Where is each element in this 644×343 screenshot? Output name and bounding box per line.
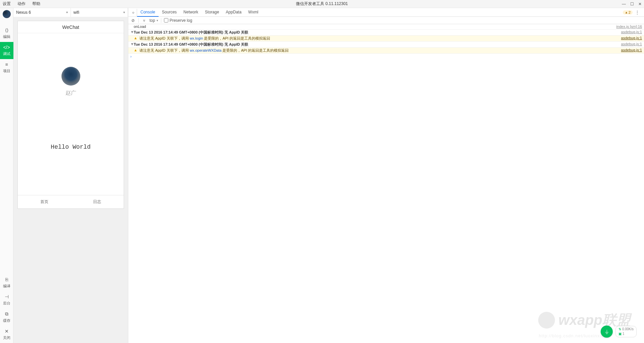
console-source-link[interactable]: asdebug.js:1 (621, 36, 642, 40)
profile-avatar[interactable] (61, 67, 80, 86)
console-source-link[interactable]: asdebug.js:1 (621, 30, 642, 34)
devtools-panel: ⟐ Console Sources Network Storage AppDat… (128, 8, 644, 343)
console-row: ▼ Tue Dec 13 2016 17:14:49 GMT+0800 (中国标… (128, 42, 644, 48)
network-select-value: wifi (74, 10, 79, 15)
warning-icon: ▲ (134, 48, 137, 52)
titlebar: 设置 动作 帮助 微信开发者工具 0.11.112301 — ☐ ✕ (0, 0, 644, 8)
sidebar-item-background[interactable]: ⊣ 后台 (0, 291, 13, 308)
chevron-down-icon: ▾ (123, 10, 125, 14)
devtab-storage[interactable]: Storage (202, 8, 222, 17)
project-icon: ≡ (0, 62, 13, 67)
menu-help[interactable]: 帮助 (32, 1, 40, 7)
phone-simulator: WeChat 赵广 Hello World 首页 日志 (17, 21, 124, 209)
device-select-value: Nexus 6 (16, 10, 31, 15)
background-icon: ⊣ (0, 294, 13, 299)
sidebar-item-label: 项目 (3, 69, 10, 73)
sidebar-item-label: 编译 (3, 284, 10, 288)
warning-count-badge[interactable]: 2 (623, 10, 633, 14)
expand-arrow-icon[interactable]: ▼ (130, 30, 134, 34)
inspect-element-icon[interactable]: ⟐ (130, 9, 137, 16)
devtab-appdata[interactable]: AppData (222, 8, 245, 17)
sidebar-item-label: 关闭 (3, 336, 10, 340)
sidebar-item-project[interactable]: ≡ 项目 (0, 59, 13, 76)
sidebar-item-label: 缓存 (3, 318, 10, 323)
devtools-menu-icon[interactable]: ⋮ (634, 10, 641, 15)
phone-tab-log[interactable]: 日志 (71, 195, 124, 208)
sidebar-item-debug[interactable]: </> 调试 (0, 42, 13, 59)
simulator-panel: Nexus 6 ▾ wifi ▾ WeChat 赵广 Hello World (13, 8, 128, 343)
filter-icon[interactable]: ▿ (141, 18, 147, 23)
console-prompt[interactable]: › (128, 54, 644, 59)
user-avatar[interactable] (3, 10, 11, 18)
sidebar-item-close[interactable]: ✕ 关闭 (0, 326, 13, 343)
context-select[interactable]: top (149, 18, 155, 23)
devtab-network[interactable]: Network (180, 8, 202, 17)
console-row-warning: ▲ 请注意无 AppID 关联下，调用 wx.login 是受限的，API 的返… (128, 36, 644, 42)
menu-settings[interactable]: 设置 (3, 1, 11, 7)
close-icon[interactable]: ✕ (637, 1, 643, 7)
expand-arrow-icon[interactable]: ▼ (130, 42, 134, 46)
devtab-console[interactable]: Console (137, 8, 159, 17)
profile-username: 赵广 (66, 90, 76, 97)
chevron-down-icon: ▾ (157, 19, 158, 22)
devtab-sources[interactable]: Sources (159, 8, 180, 17)
watermark-url: http://blog.csdn.net/luoxinxic (539, 333, 604, 338)
app-header: WeChat (18, 21, 124, 33)
preserve-log-checkbox[interactable] (164, 18, 168, 22)
network-status: ⏚ ⇅0.00K/s ▣1 (601, 326, 637, 338)
console-output: onLoad index.js [sm]:16 ▼ Tue Dec 13 201… (128, 24, 644, 343)
phone-tab-home[interactable]: 首页 (18, 195, 71, 208)
preserve-log-label: Preserve log (170, 18, 192, 23)
warning-icon: ▲ (134, 36, 137, 40)
devtab-wxml[interactable]: Wxml (245, 8, 262, 17)
minimize-icon[interactable]: — (621, 1, 627, 7)
console-source-link[interactable]: asdebug.js:1 (621, 48, 642, 52)
console-text: Tue Dec 13 2016 17:14:49 GMT+0800 (中国标准时… (134, 30, 621, 35)
console-source-link[interactable]: asdebug.js:1 (621, 42, 642, 46)
console-text: 请注意无 AppID 关联下，调用 wx.login 是受限的，API 的返回是… (139, 36, 621, 41)
clear-console-icon[interactable]: ⊘ (130, 18, 136, 23)
wifi-icon[interactable]: ⏚ (601, 326, 613, 338)
console-text: 请注意无 AppID 关联下，调用 wx.operateWXData 是受限的，… (139, 48, 621, 53)
console-source-link[interactable]: index.js [sm]:16 (616, 24, 642, 29)
console-row: ▼ Tue Dec 13 2016 17:14:49 GMT+0800 (中国标… (128, 30, 644, 36)
network-select[interactable]: wifi ▾ (71, 8, 128, 17)
console-text: onLoad (134, 24, 616, 29)
network-speed: 0.00K/s (622, 327, 634, 331)
compile-icon: ⎘ (0, 277, 13, 282)
console-row: onLoad index.js [sm]:16 (128, 24, 644, 30)
console-text: Tue Dec 13 2016 17:14:49 GMT+0800 (中国标准时… (134, 42, 621, 47)
preserve-log-toggle[interactable]: Preserve log (164, 18, 192, 23)
window-title: 微信开发者工具 0.11.112301 (0, 1, 644, 7)
sidebar-item-cache[interactable]: ⧉ 缓存 (0, 308, 13, 326)
network-count: 1 (622, 332, 625, 336)
chevron-down-icon: ▾ (66, 10, 68, 14)
debug-icon: </> (0, 45, 13, 50)
close-sidebar-icon: ✕ (0, 329, 13, 334)
console-row-warning: ▲ 请注意无 AppID 关联下，调用 wx.operateWXData 是受限… (128, 48, 644, 54)
device-select[interactable]: Nexus 6 ▾ (13, 8, 71, 17)
hello-text: Hello World (51, 144, 91, 150)
sidebar-item-label: 后台 (3, 301, 10, 305)
sidebar-item-compile[interactable]: ⎘ 编译 (0, 274, 13, 291)
edit-icon: ⟨⟩ (0, 28, 13, 33)
cache-icon: ⧉ (0, 311, 13, 317)
menu-actions[interactable]: 动作 (17, 1, 26, 7)
sidebar-item-edit[interactable]: ⟨⟩ 编辑 (0, 25, 13, 42)
sidebar-item-label: 调试 (3, 52, 10, 56)
left-sidebar: ⟨⟩ 编辑 </> 调试 ≡ 项目 ⎘ 编译 ⊣ 后台 ⧉ 缓存 (0, 8, 13, 343)
maximize-icon[interactable]: ☐ (629, 1, 635, 7)
sidebar-item-label: 编辑 (3, 35, 10, 39)
